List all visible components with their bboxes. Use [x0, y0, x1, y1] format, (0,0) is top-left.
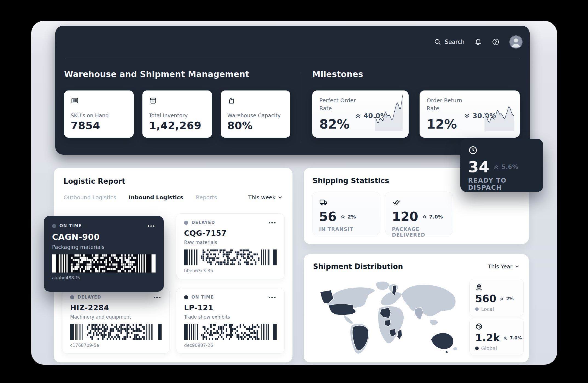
- world-map: [310, 277, 465, 358]
- shipment-code: LP-121: [184, 303, 277, 312]
- stat-trend: 2%: [500, 296, 514, 301]
- status-badge: ON TIME: [59, 223, 82, 228]
- warehouse-title: Warehouse and Shipment Management: [64, 69, 301, 79]
- stat-value: 34: [468, 158, 489, 176]
- stat-trend: 7.0%: [503, 335, 522, 341]
- double-chevron-up-icon: [422, 214, 427, 219]
- map-europe: [380, 292, 402, 306]
- more-menu-icon[interactable]: [268, 221, 277, 225]
- barcode: [184, 324, 277, 340]
- shipping-stat-ready-to-dispatch: 34 5.6% READY TO DISPACH: [460, 139, 543, 192]
- status-dot: [70, 295, 74, 299]
- inventory-icon: [149, 97, 157, 105]
- stat-value: 1,42,269: [149, 120, 205, 132]
- milestone-value: 12%: [427, 117, 465, 132]
- stat-value: 7854: [71, 120, 127, 132]
- shipment-distribution-title: Shipment Distribution: [313, 262, 403, 271]
- stat-card-sku: SKU's on Hand 7854: [64, 90, 134, 138]
- shipment-description: Trade show exhibits: [184, 314, 277, 320]
- top-panel: Search Warehouse and Shipment Management: [55, 26, 530, 155]
- notifications-button[interactable]: [474, 38, 482, 46]
- search-icon: [434, 38, 441, 46]
- week-range-dropdown[interactable]: This week: [248, 194, 283, 201]
- milestone-label: Order Return Rate: [427, 97, 465, 112]
- help-icon: [492, 38, 500, 46]
- map-greenland: [376, 281, 390, 290]
- location-pin-icon: [475, 283, 483, 291]
- help-button[interactable]: [492, 38, 500, 46]
- more-menu-icon[interactable]: [153, 296, 162, 299]
- more-menu-icon[interactable]: [268, 296, 277, 299]
- legend-dot: [475, 347, 479, 350]
- milestones-title: Milestones: [312, 69, 521, 79]
- barcode: [184, 249, 277, 265]
- stat-value: 560: [475, 293, 496, 305]
- year-range-dropdown[interactable]: This Year: [488, 263, 520, 270]
- map-asia: [402, 285, 456, 316]
- stat-card-inventory: Total Inventory 1,42,269: [142, 90, 212, 138]
- user-avatar[interactable]: [509, 35, 523, 49]
- dashboard-root: Search Warehouse and Shipment Management: [0, 0, 588, 383]
- double-chevron-up-icon: [340, 214, 345, 219]
- map-australia-highlight: [431, 333, 454, 349]
- top-panel-content: Warehouse and Shipment Management SKU's …: [55, 58, 530, 142]
- barcode: [52, 254, 156, 273]
- legend-dot: [475, 307, 479, 311]
- tab-reports[interactable]: Reports: [196, 194, 217, 201]
- shipment-card-cqg-7157[interactable]: DELAYED CQG-7157 Raw materials b0eb63c3-…: [176, 213, 285, 279]
- stat-label: PACKAGE DELIVERED: [392, 226, 446, 238]
- warehouse-section: Warehouse and Shipment Management SKU's …: [64, 69, 301, 142]
- stat-label: Global: [481, 345, 497, 351]
- clock-icon: [468, 145, 478, 155]
- stat-label: Local: [481, 306, 494, 312]
- double-chevron-up-icon: [355, 113, 361, 119]
- search-label: Search: [445, 39, 464, 45]
- capacity-icon: [227, 97, 236, 105]
- status-badge: DELAYED: [78, 295, 101, 300]
- logistic-tabs: Outbound Logistics Inbound Logistics Rep…: [64, 194, 283, 201]
- shipping-stat-in-transit: 56 2% IN TRANSIT: [312, 192, 380, 235]
- shipment-card-cagn-900[interactable]: ON TIME CAGN-900 Packaging materials aaa…: [44, 216, 164, 292]
- stat-label: Total Inventory: [149, 112, 205, 118]
- double-chevron-up-icon: [503, 336, 507, 340]
- shipment-code: HIZ-2284: [70, 303, 162, 312]
- status-dot: [184, 295, 188, 299]
- search-button[interactable]: Search: [434, 38, 464, 46]
- shipment-card-lp-121[interactable]: ON TIME LP-121 Trade show exhibits dec90…: [176, 288, 285, 354]
- status-badge: ON TIME: [191, 295, 214, 300]
- globe-icon: [475, 323, 483, 330]
- map-se-asia: [430, 319, 438, 325]
- barcode-icon: [71, 97, 79, 105]
- shipment-description: Raw materials: [184, 240, 277, 245]
- double-check-icon: [392, 198, 401, 206]
- tab-outbound-logistics[interactable]: Outbound Logistics: [64, 194, 116, 201]
- status-badge: DELAYED: [191, 220, 215, 225]
- dashboard-shell: Search Warehouse and Shipment Management: [31, 21, 557, 365]
- stat-trend: 7.0%: [422, 214, 443, 220]
- map-usa-highlight: [329, 304, 355, 315]
- stat-trend: 5.6%: [493, 163, 518, 170]
- shipment-id: c17687b9-5e: [70, 343, 162, 348]
- shipment-code: CQG-7157: [184, 229, 277, 237]
- double-chevron-up-icon: [500, 297, 504, 301]
- status-dot: [52, 224, 56, 228]
- stat-value: 1.2k: [475, 332, 500, 344]
- shipment-card-hiz-2284[interactable]: DELAYED HIZ-2284 Machinery and equipment…: [62, 288, 170, 354]
- warehouse-cards: SKU's on Hand 7854 Total Inventory 1,42,…: [64, 90, 301, 138]
- tab-inbound-logistics[interactable]: Inbound Logistics: [129, 194, 183, 201]
- status-dot: [184, 221, 188, 225]
- more-menu-icon[interactable]: [147, 224, 156, 228]
- map-central-america: [344, 314, 354, 324]
- milestones-cards: Perfect Order Rate 82% 40.0%: [312, 90, 521, 138]
- stat-card-capacity: Warehouse Capacity 80%: [221, 90, 290, 138]
- milestone-card-perfect-order: Perfect Order Rate 82% 40.0%: [312, 90, 409, 138]
- sparkline-chart: [375, 91, 403, 131]
- chevron-down-icon: [515, 264, 520, 269]
- truck-icon: [319, 198, 328, 206]
- shipment-id: b0eb63c3-35: [184, 268, 277, 273]
- stat-value: 120: [392, 209, 418, 224]
- shipping-stat-package-delivered: 120 7.0% PACKAGE DELIVERED: [385, 192, 453, 235]
- shipment-description: Machinery and equipment: [70, 314, 162, 320]
- shipment-id: dec90987-26: [184, 343, 277, 348]
- logistic-report-panel: Logistic Report Outbound Logistics Inbou…: [54, 168, 292, 362]
